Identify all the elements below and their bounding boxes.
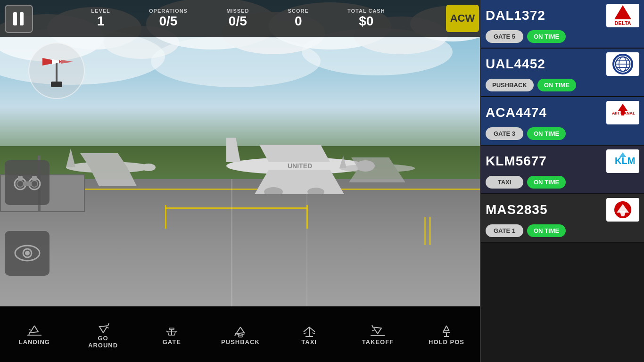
gate5-button[interactable]: GATE 5 [486,30,523,43]
taxi-button[interactable]: TAXI [486,176,523,189]
svg-rect-38 [32,176,37,181]
ontime-button-klm[interactable]: ON TIME [527,176,566,189]
nav-pushback[interactable]: PUSHBACK [210,323,271,346]
nav-pushback-label: PUSHBACK [221,338,260,346]
hud-score: SCORE 0 [288,8,309,29]
klm-svg: KLM [611,150,635,171]
svg-text:KLM: KLM [615,156,635,166]
missed-label: MISSED [226,8,249,14]
gate-icon [162,323,181,338]
united-globe [614,55,631,74]
hud-total-cash: TOTAL CASH $0 [347,8,385,29]
klm-logo: KLM [609,149,636,173]
pause-icon [13,12,25,25]
united-logo-box [606,52,639,76]
hud-level: LEVEL 1 [91,8,110,29]
nav-landing[interactable]: LANDING [4,323,65,346]
nav-taxi-label: TAXI [301,338,317,346]
svg-point-34 [17,181,24,187]
flight-card-mas2835: MAS2835 GATE 1 ON TIME [481,194,644,243]
missed-value: 0/5 [226,14,249,29]
hold-pos-icon [437,323,456,338]
svg-point-15 [141,164,156,171]
svg-marker-30 [59,60,61,64]
svg-marker-55 [619,152,626,157]
svg-rect-42 [169,328,174,329]
gate1-button[interactable]: GATE 1 [486,224,523,237]
svg-marker-27 [339,156,347,168]
flight-number-dal1372: DAL1372 [486,8,545,23]
nav-hold-pos[interactable]: HOLD POS [416,323,477,346]
delta-plane [47,134,179,191]
go-around-icon [94,320,113,335]
aircanada-svg: AIR CANADA [611,101,635,122]
ontime-button-ual[interactable]: ON TIME [537,79,576,91]
right-panel: DAL1372 DELTA GATE 5 ON TIME UAL4452 [481,0,644,362]
svg-marker-26 [351,157,396,168]
takeoff-icon [368,323,387,338]
aircanada-logo-box: AIR CANADA [606,101,639,124]
pushback-icon [231,323,250,338]
pause-button[interactable] [5,5,33,33]
ontime-button-aca[interactable]: ON TIME [527,127,566,140]
panel-divider [480,0,481,362]
ontime-button-dal[interactable]: ON TIME [527,30,566,43]
delta-logo-box: DELTA [606,4,639,27]
svg-rect-37 [18,176,23,181]
bottom-nav: LANDING GO AROUND GATE PUSHBACK [0,306,481,362]
binoculars-icon [13,172,41,193]
mas-svg [611,199,635,220]
total-cash-value: $0 [347,14,385,29]
binoculars-button[interactable] [5,160,50,205]
windsock-container [28,42,85,99]
eye-button[interactable] [5,231,50,276]
nav-takeoff-label: TAKEOFF [362,338,394,346]
flight-number-ual4452: UAL4452 [486,57,545,72]
ontime-button-mas[interactable]: ON TIME [527,224,566,237]
operations-label: OPERATIONS [149,8,188,14]
svg-point-35 [31,181,38,187]
svg-point-41 [25,251,30,255]
pushback-button[interactable]: PUSHBACK [486,79,534,91]
hud-operations: OPERATIONS 0/5 [149,8,188,29]
landing-icon [25,323,44,338]
nav-gate[interactable]: GATE [141,323,202,346]
nav-landing-label: LANDING [19,338,50,346]
klm-logo-box: KLM [606,149,639,173]
svg-marker-25 [349,168,405,182]
level-value: 1 [91,14,110,29]
top-hud: LEVEL 1 OPERATIONS 0/5 MISSED 0/5 SCORE … [0,0,481,37]
aircanada-logo: AIR CANADA [611,101,635,124]
mas-logo-box [606,198,639,222]
windsock [38,52,75,90]
level-label: LEVEL [91,8,110,14]
flight-number-mas2835: MAS2835 [486,202,548,217]
windsock-cone [42,55,73,68]
background-plane [330,147,434,185]
delta-logo: DELTA [614,5,631,26]
taxi-icon [300,323,319,338]
acw-button[interactable]: ACW [446,5,479,32]
score-value: 0 [288,14,309,29]
hud-missed: MISSED 0/5 [226,8,249,29]
svg-marker-19 [226,138,240,162]
nav-go-around-label: GO AROUND [88,335,118,349]
nav-taxi[interactable]: TAXI [279,323,340,346]
united-logo [612,54,633,74]
svg-marker-52 [618,104,627,111]
score-label: SCORE [288,8,309,14]
svg-text:UNITED: UNITED [288,162,312,170]
eye-icon [13,243,41,264]
svg-marker-18 [259,145,330,162]
svg-rect-36 [24,181,31,186]
flight-card-dal1372: DAL1372 DELTA GATE 5 ON TIME [481,0,644,49]
flight-number-klm5677: KLM5677 [486,154,547,169]
nav-gate-label: GATE [163,338,181,346]
gate3-button[interactable]: GATE 3 [486,127,523,140]
total-cash-label: TOTAL CASH [347,8,385,14]
game-viewport: UNITED [0,0,481,306]
svg-marker-14 [66,148,75,167]
nav-takeoff[interactable]: TAKEOFF [347,323,408,346]
nav-go-around[interactable]: GO AROUND [73,320,134,349]
svg-point-9 [151,35,321,87]
